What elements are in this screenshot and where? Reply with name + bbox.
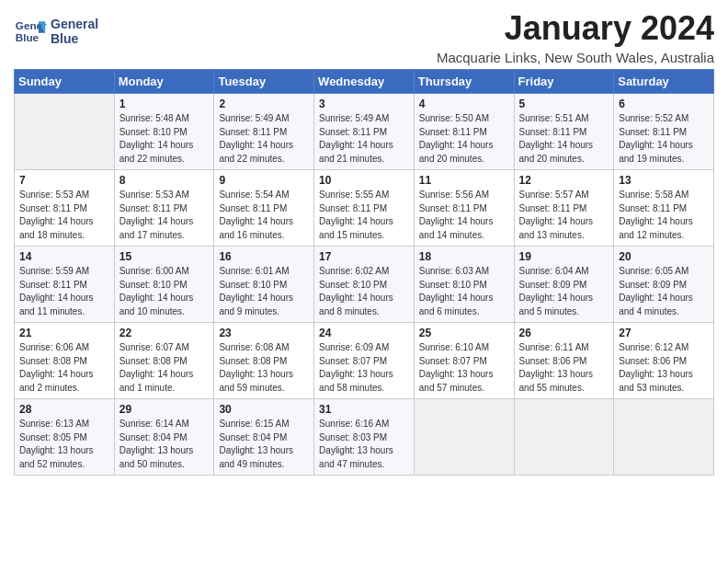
calendar-subtitle: Macquarie Links, New South Wales, Austra…	[437, 50, 714, 65]
day-number: 31	[319, 403, 409, 416]
day-number: 9	[219, 174, 309, 187]
calendar-cell: 2Sunrise: 5:49 AMSunset: 8:11 PMDaylight…	[214, 94, 314, 170]
calendar-cell: 1Sunrise: 5:48 AMSunset: 8:10 PMDaylight…	[114, 94, 214, 170]
day-number: 7	[19, 174, 109, 187]
day-info: Sunrise: 6:00 AMSunset: 8:10 PMDaylight:…	[119, 265, 210, 318]
day-number: 29	[119, 403, 210, 416]
day-number: 26	[519, 327, 609, 339]
calendar-cell: 25Sunrise: 6:10 AMSunset: 8:07 PMDayligh…	[414, 323, 514, 399]
column-header-monday: Monday	[114, 70, 214, 94]
day-info: Sunrise: 6:05 AMSunset: 8:09 PMDaylight:…	[619, 265, 709, 318]
day-number: 2	[219, 98, 309, 110]
column-header-tuesday: Tuesday	[214, 70, 314, 94]
calendar-cell: 24Sunrise: 6:09 AMSunset: 8:07 PMDayligh…	[314, 323, 415, 399]
calendar-cell: 16Sunrise: 6:01 AMSunset: 8:10 PMDayligh…	[214, 247, 314, 323]
calendar-title: January 2024	[437, 9, 714, 48]
day-info: Sunrise: 6:03 AMSunset: 8:10 PMDaylight:…	[419, 265, 509, 318]
calendar-cell: 22Sunrise: 6:07 AMSunset: 8:08 PMDayligh…	[114, 323, 214, 399]
day-info: Sunrise: 6:04 AMSunset: 8:09 PMDaylight:…	[519, 265, 609, 318]
calendar-cell: 20Sunrise: 6:05 AMSunset: 8:09 PMDayligh…	[614, 247, 714, 323]
day-info: Sunrise: 5:50 AMSunset: 8:11 PMDaylight:…	[419, 112, 509, 166]
day-info: Sunrise: 6:09 AMSunset: 8:07 PMDaylight:…	[319, 341, 409, 395]
day-info: Sunrise: 6:11 AMSunset: 8:06 PMDaylight:…	[519, 341, 609, 395]
day-number: 22	[119, 327, 210, 339]
calendar-table: SundayMondayTuesdayWednesdayThursdayFrid…	[14, 69, 714, 476]
day-info: Sunrise: 6:02 AMSunset: 8:10 PMDaylight:…	[319, 265, 409, 318]
calendar-cell: 29Sunrise: 6:14 AMSunset: 8:04 PMDayligh…	[114, 399, 214, 476]
calendar-cell: 18Sunrise: 6:03 AMSunset: 8:10 PMDayligh…	[414, 247, 514, 323]
day-info: Sunrise: 5:56 AMSunset: 8:11 PMDaylight:…	[419, 189, 509, 242]
day-number: 13	[619, 174, 709, 187]
column-header-saturday: Saturday	[614, 70, 714, 94]
column-header-friday: Friday	[514, 70, 614, 94]
day-number: 19	[519, 250, 609, 263]
day-number: 30	[219, 403, 309, 416]
calendar-cell: 19Sunrise: 6:04 AMSunset: 8:09 PMDayligh…	[514, 247, 614, 323]
day-info: Sunrise: 5:52 AMSunset: 8:11 PMDaylight:…	[619, 112, 709, 166]
day-number: 28	[19, 403, 109, 416]
calendar-cell: 7Sunrise: 5:53 AMSunset: 8:11 PMDaylight…	[15, 170, 115, 247]
day-info: Sunrise: 6:01 AMSunset: 8:10 PMDaylight:…	[219, 265, 309, 318]
calendar-cell: 14Sunrise: 5:59 AMSunset: 8:11 PMDayligh…	[15, 247, 115, 323]
day-number: 20	[619, 250, 709, 263]
day-info: Sunrise: 6:10 AMSunset: 8:07 PMDaylight:…	[419, 341, 509, 395]
day-number: 10	[319, 174, 409, 187]
logo: General Blue General Blue	[14, 15, 98, 48]
calendar-cell: 10Sunrise: 5:55 AMSunset: 8:11 PMDayligh…	[314, 170, 415, 247]
day-number: 3	[319, 98, 409, 110]
day-info: Sunrise: 5:55 AMSunset: 8:11 PMDaylight:…	[319, 189, 409, 242]
calendar-cell: 13Sunrise: 5:58 AMSunset: 8:11 PMDayligh…	[614, 170, 714, 247]
day-number: 25	[419, 327, 509, 339]
day-info: Sunrise: 5:58 AMSunset: 8:11 PMDaylight:…	[619, 189, 709, 242]
day-number: 12	[519, 174, 609, 187]
day-number: 24	[319, 327, 409, 339]
day-number: 11	[419, 174, 509, 187]
day-info: Sunrise: 5:51 AMSunset: 8:11 PMDaylight:…	[519, 112, 609, 166]
calendar-cell: 28Sunrise: 6:13 AMSunset: 8:05 PMDayligh…	[15, 399, 115, 476]
calendar-cell: 11Sunrise: 5:56 AMSunset: 8:11 PMDayligh…	[414, 170, 514, 247]
day-number: 5	[519, 98, 609, 110]
day-info: Sunrise: 6:16 AMSunset: 8:03 PMDaylight:…	[319, 418, 409, 471]
calendar-cell: 4Sunrise: 5:50 AMSunset: 8:11 PMDaylight…	[414, 94, 514, 170]
day-info: Sunrise: 6:12 AMSunset: 8:06 PMDaylight:…	[619, 341, 709, 395]
day-number: 8	[119, 174, 210, 187]
calendar-cell: 5Sunrise: 5:51 AMSunset: 8:11 PMDaylight…	[514, 94, 614, 170]
calendar-cell: 26Sunrise: 6:11 AMSunset: 8:06 PMDayligh…	[514, 323, 614, 399]
calendar-cell	[414, 399, 514, 476]
day-info: Sunrise: 5:57 AMSunset: 8:11 PMDaylight:…	[519, 189, 609, 242]
day-number: 16	[219, 250, 309, 263]
day-number: 4	[419, 98, 509, 110]
title-block: January 2024 Macquarie Links, New South …	[437, 9, 714, 65]
calendar-cell	[15, 94, 115, 170]
day-info: Sunrise: 5:53 AMSunset: 8:11 PMDaylight:…	[19, 189, 109, 242]
calendar-cell: 8Sunrise: 5:53 AMSunset: 8:11 PMDaylight…	[114, 170, 214, 247]
day-number: 27	[619, 327, 709, 339]
calendar-cell: 12Sunrise: 5:57 AMSunset: 8:11 PMDayligh…	[514, 170, 614, 247]
day-number: 15	[119, 250, 210, 263]
day-info: Sunrise: 5:59 AMSunset: 8:11 PMDaylight:…	[19, 265, 109, 318]
day-number: 14	[19, 250, 109, 263]
calendar-cell: 21Sunrise: 6:06 AMSunset: 8:08 PMDayligh…	[15, 323, 115, 399]
column-header-sunday: Sunday	[15, 70, 115, 94]
day-number: 18	[419, 250, 509, 263]
column-header-wednesday: Wednesday	[314, 70, 415, 94]
calendar-cell: 27Sunrise: 6:12 AMSunset: 8:06 PMDayligh…	[614, 323, 714, 399]
svg-text:Blue: Blue	[16, 31, 40, 43]
calendar-cell: 17Sunrise: 6:02 AMSunset: 8:10 PMDayligh…	[314, 247, 415, 323]
calendar-cell	[614, 399, 714, 476]
day-info: Sunrise: 5:48 AMSunset: 8:10 PMDaylight:…	[119, 112, 210, 166]
calendar-cell	[514, 399, 614, 476]
calendar-cell: 9Sunrise: 5:54 AMSunset: 8:11 PMDaylight…	[214, 170, 314, 247]
day-number: 1	[119, 98, 210, 110]
logo-text-general: General	[51, 17, 98, 31]
logo-icon: General Blue	[14, 15, 47, 48]
day-info: Sunrise: 5:53 AMSunset: 8:11 PMDaylight:…	[119, 189, 210, 242]
day-info: Sunrise: 6:13 AMSunset: 8:05 PMDaylight:…	[19, 418, 109, 471]
day-info: Sunrise: 6:15 AMSunset: 8:04 PMDaylight:…	[219, 418, 309, 471]
day-info: Sunrise: 5:49 AMSunset: 8:11 PMDaylight:…	[219, 112, 309, 166]
day-number: 6	[619, 98, 709, 110]
calendar-cell: 15Sunrise: 6:00 AMSunset: 8:10 PMDayligh…	[114, 247, 214, 323]
day-info: Sunrise: 5:54 AMSunset: 8:11 PMDaylight:…	[219, 189, 309, 242]
calendar-cell: 31Sunrise: 6:16 AMSunset: 8:03 PMDayligh…	[314, 399, 415, 476]
column-header-thursday: Thursday	[414, 70, 514, 94]
